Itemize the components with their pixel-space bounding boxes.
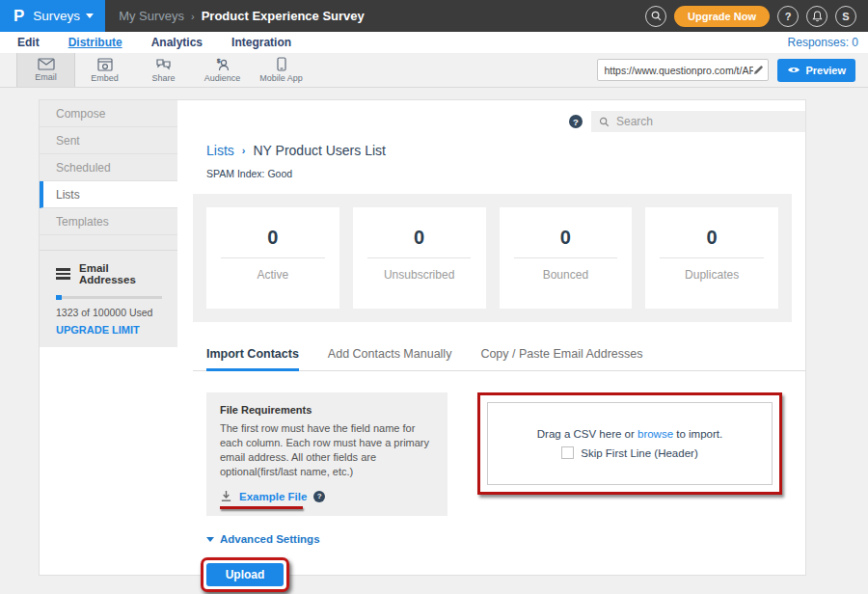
responses-count[interactable]: Responses: 0 [788,36,858,49]
list-lines-icon [56,268,70,280]
help-icon[interactable]: ? [313,491,325,502]
list-search-row: ? [177,111,805,132]
divider [660,257,763,258]
breadcrumb-lists-link[interactable]: Lists [206,143,234,158]
eye-icon [787,66,800,74]
mobile-phone-icon [277,57,286,71]
breadcrumb-my-surveys[interactable]: My Surveys [119,9,184,23]
tab-import-contacts[interactable]: Import Contacts [206,347,299,371]
chevron-down-icon [86,14,94,18]
sidebar-item-lists[interactable]: Lists [40,181,177,208]
list-name: NY Product Users List [253,143,385,158]
email-lists-panel: Compose Sent Scheduled Lists Templates E… [39,99,806,576]
nav-integration[interactable]: Integration [231,36,291,49]
stat-value: 0 [500,227,633,249]
search-icon [599,117,610,127]
help-icon[interactable]: ? [569,115,583,128]
csv-dropzone[interactable]: Drag a CSV here or browse to import. Ski… [487,402,773,485]
red-annotation-box: Drag a CSV here or browse to import. Ski… [477,392,782,495]
help-icon[interactable]: ? [777,6,799,27]
chevron-down-icon [206,537,214,542]
search-icon[interactable] [645,6,666,27]
browse-link[interactable]: browse [637,428,673,440]
survey-title: Product Experience Survey [202,9,365,23]
search-input[interactable] [616,115,800,128]
stat-card-active: 0 Active [206,207,339,309]
nav-edit[interactable]: Edit [17,36,40,49]
questionpro-logo: P [14,8,24,24]
list-stats: 0 Active 0 Unsubscribed 0 Bounced 0 Dupl… [193,194,792,322]
stat-value: 0 [645,227,778,249]
email-addresses-title: Email Addresses [79,262,164,285]
nav-analytics[interactable]: Analytics [151,36,203,49]
stat-card-duplicates: 0 Duplicates [645,207,778,309]
download-icon [220,490,232,502]
example-file-link[interactable]: Example File [239,491,307,502]
user-avatar[interactable]: S [835,6,856,27]
contacts-tabs: Import Contacts Add Contacts Manually Co… [193,347,805,371]
file-requirements-body: The first row must have the field name f… [220,421,434,478]
share-bubbles-icon [155,58,172,71]
envelope-icon [38,58,55,70]
stat-label: Duplicates [645,268,778,282]
email-sidebar: Compose Sent Scheduled Lists Templates E… [40,100,177,575]
divider [221,257,324,258]
survey-url-box [597,59,769,81]
stat-label: Active [206,268,339,282]
stat-card-bounced: 0 Bounced [500,207,633,309]
upgrade-limit-link[interactable]: UPGRADE LIMIT [56,324,140,336]
preview-button[interactable]: Preview [777,59,855,82]
sidebar-item-templates[interactable]: Templates [40,208,177,235]
audience-person-icon: $ [214,58,231,71]
toolbar-share[interactable]: Share [134,53,193,87]
list-detail-content: ? Lists › NY Product Users List SPAM Ind… [177,100,805,575]
stat-label: Unsubscribed [353,268,486,282]
stat-value: 0 [206,227,339,249]
toolbar-embed[interactable]: Embed [75,53,134,87]
divider [367,257,471,258]
tab-add-contacts-manually[interactable]: Add Contacts Manually [328,347,452,370]
email-usage-fill [56,295,62,300]
notifications-bell-icon[interactable] [806,6,827,27]
red-annotation-upload: Upload [201,557,289,592]
advanced-settings-toggle[interactable]: Advanced Settings [206,533,320,545]
file-requirements-box: File Requirements The first row must hav… [206,392,448,516]
import-section: File Requirements The first row must hav… [206,392,782,516]
product-name: Surveys [33,9,94,23]
dropzone-text: Drag a CSV here or browse to import. [537,428,722,440]
surveys-product-menu[interactable]: P Surveys [0,0,105,32]
sidebar-spacer [40,235,177,250]
upload-section: Upload [201,557,805,592]
skip-first-line-checkbox[interactable] [561,446,574,459]
breadcrumb-separator: › [242,145,246,156]
stat-card-unsubscribed: 0 Unsubscribed [353,207,486,309]
sidebar-item-sent[interactable]: Sent [40,127,177,154]
divider [514,257,617,258]
sidebar-item-compose[interactable]: Compose [40,100,177,127]
tab-copy-paste-emails[interactable]: Copy / Paste Email Addresses [480,347,642,370]
distribute-toolbar: Email Embed Share $ Audience Mobile App … [0,53,868,88]
edit-pencil-icon[interactable] [753,65,764,75]
breadcrumb: Lists › NY Product Users List [206,143,792,158]
toolbar-audience[interactable]: $ Audience [193,53,252,87]
stat-label: Bounced [500,268,633,282]
header-actions: Upgrade Now ? S [645,6,868,27]
email-addresses-summary: Email Addresses 1323 of 100000 Used UPGR… [40,250,177,347]
sidebar-item-scheduled[interactable]: Scheduled [40,154,177,181]
stat-value: 0 [353,227,486,249]
top-header-bar: P Surveys My Surveys › Product Experienc… [0,0,868,32]
email-usage-text: 1323 of 100000 Used [56,307,164,318]
nav-distribute[interactable]: Distribute [68,36,122,49]
spam-index: SPAM Index: Good [206,168,792,179]
example-file-row: Example File ? [220,490,325,502]
list-search-box [591,111,805,132]
survey-url-input[interactable] [604,65,753,76]
advanced-settings-label: Advanced Settings [220,533,320,545]
header-breadcrumb: My Surveys › Product Experience Survey [119,9,365,23]
toolbar-email[interactable]: Email [16,53,75,87]
breadcrumb-separator: › [191,11,195,22]
toolbar-mobile-app[interactable]: Mobile App [252,53,311,87]
skip-first-line-row: Skip First Line (Header) [561,446,697,459]
upload-button[interactable]: Upload [206,563,284,586]
upgrade-now-button[interactable]: Upgrade Now [674,6,770,27]
